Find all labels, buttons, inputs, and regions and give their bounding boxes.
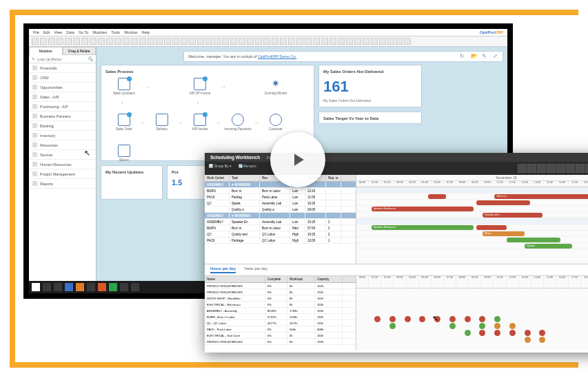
task-row[interactable]: PACKPackageQC LaborHigh12:001: [205, 238, 356, 244]
workload-dot[interactable]: [525, 337, 531, 343]
workload-dot[interactable]: [494, 316, 500, 322]
chrome-icon[interactable]: [109, 283, 117, 291]
toolbar-button[interactable]: [106, 38, 113, 45]
workload-dot[interactable]: [509, 323, 516, 329]
toolbar-button[interactable]: [32, 38, 39, 45]
toolbar-button[interactable]: [57, 38, 63, 45]
search-icon[interactable]: 🔍: [88, 56, 93, 61]
toolbar-button[interactable]: [40, 38, 47, 45]
menu-edit[interactable]: Edit: [43, 30, 50, 34]
edit-icon[interactable]: ✎: [482, 54, 487, 59]
toolbar-button[interactable]: [230, 38, 237, 45]
app-icon-3[interactable]: [131, 283, 139, 291]
toolbar-button[interactable]: [346, 38, 353, 45]
node-ar-invoice[interactable]: A/R Invoice: [184, 114, 216, 131]
workcenter-row[interactable]: PACK - Pack Labor0%546h468h: [205, 326, 356, 333]
toolbar-button[interactable]: [330, 38, 336, 45]
sidebar-item-financials[interactable]: Financials: [29, 63, 96, 73]
workload-dot[interactable]: [389, 316, 396, 322]
toolbar-btn[interactable]: [537, 164, 546, 173]
workload-dot[interactable]: [539, 330, 545, 336]
menu-data[interactable]: Data: [66, 30, 74, 34]
sidebar-item-human-resources[interactable]: Human Resources: [29, 160, 96, 169]
toolbar-button[interactable]: [363, 38, 369, 45]
toolbar-button[interactable]: [338, 38, 345, 45]
toolbar-button[interactable]: [114, 38, 121, 45]
resync-button[interactable]: 🔄 Re-sync: [239, 164, 256, 173]
app-icon-2[interactable]: [120, 283, 128, 291]
sidebar-tab-drag-relate[interactable]: Drag & Relate: [63, 47, 97, 55]
workload-dot[interactable]: [494, 330, 500, 336]
workload-dot[interactable]: [419, 316, 425, 322]
task-row[interactable]: ASSEMBLY▾ WO000025: [205, 213, 356, 219]
gantt-bar[interactable]: •Qualit...: [525, 244, 573, 249]
gantt-bar[interactable]: •Burn in...: [494, 194, 588, 199]
workload-dot[interactable]: [465, 316, 471, 322]
toolbar-button[interactable]: [123, 38, 130, 45]
play-button[interactable]: [270, 132, 325, 187]
menu-file[interactable]: File: [33, 30, 39, 34]
toolbar-button[interactable]: [396, 38, 403, 45]
toolbar-button[interactable]: [139, 38, 146, 45]
toolbar-btn[interactable]: [527, 164, 536, 173]
node-sales-quotation[interactable]: Sales Quotation: [108, 78, 140, 95]
node-customer[interactable]: Customer: [260, 114, 292, 131]
task-row[interactable]: ASSEMBLY▾ WO000026: [205, 182, 356, 188]
edge-icon[interactable]: [65, 283, 73, 291]
sidebar-item-business-partners[interactable]: Business Partners: [29, 112, 96, 121]
toolbar-button[interactable]: [189, 38, 196, 45]
toolbar-button[interactable]: [255, 38, 262, 45]
menu-modules[interactable]: Modules: [92, 30, 107, 34]
toolbar-button[interactable]: [296, 38, 303, 45]
workload-dot[interactable]: [509, 330, 516, 336]
sidebar-tab-modules[interactable]: Modules: [29, 47, 63, 55]
toolbar-button[interactable]: [148, 38, 154, 45]
sidebar-item-banking[interactable]: Banking: [29, 121, 96, 131]
tab-hours-per-day[interactable]: Hours per day: [210, 266, 236, 273]
refresh-icon[interactable]: ↻: [460, 54, 465, 59]
tab-tasks-per-day[interactable]: Tasks per day: [244, 266, 267, 273]
node-sales-order[interactable]: Sales Order: [108, 114, 140, 131]
toolbar-button[interactable]: [222, 38, 229, 45]
toolbar-button[interactable]: [404, 38, 411, 45]
toolbar-button[interactable]: [280, 38, 287, 45]
toolbar-button[interactable]: [98, 38, 105, 45]
toolbar-button[interactable]: [164, 38, 171, 45]
sidebar-item-reports[interactable]: Reports: [29, 179, 96, 189]
sidebar-item-purchasing-a-p[interactable]: Purchasing - A/P: [29, 102, 96, 112]
sidebar-item-crm[interactable]: CRM: [29, 73, 96, 83]
gantt-bar[interactable]: [476, 225, 507, 230]
start-button[interactable]: [32, 283, 40, 291]
toolbar-button[interactable]: [90, 38, 97, 45]
workcenter-row[interactable]: WOOD SHOP - WoodSho0%0h192h: [205, 295, 356, 302]
toolbar-btn[interactable]: [547, 164, 556, 173]
toolbar-button[interactable]: [263, 38, 270, 45]
workload-dot[interactable]: [449, 323, 456, 329]
sidebar-item-project-management[interactable]: Project Management: [29, 169, 96, 179]
toolbar-button[interactable]: [197, 38, 204, 45]
workcenter-row[interactable]: BURN - Burn in Labor5752%1256h192h: [205, 314, 356, 320]
workload-dot[interactable]: [479, 330, 485, 336]
toolbar-button[interactable]: [387, 38, 394, 45]
sidebar-item-opportunities[interactable]: Opportunities: [29, 83, 96, 92]
toolbar-button[interactable]: [156, 38, 163, 45]
gantt-bar[interactable]: Speaker Enclosure: [372, 207, 474, 211]
sidebar-item-inventory[interactable]: Inventory: [29, 131, 96, 140]
gantt-bar[interactable]: [476, 200, 530, 205]
workcenter-row[interactable]: PRODUCTION-WORKCEN0%0h192h: [205, 289, 356, 295]
toolbar-button[interactable]: [247, 38, 254, 45]
workcenter-row[interactable]: QC - QC Labor4477%1672h192h: [205, 320, 356, 326]
workload-dot[interactable]: [525, 330, 531, 336]
gantt-bar[interactable]: [507, 238, 560, 242]
menu-go to[interactable]: Go To: [79, 30, 89, 34]
toolbar-button[interactable]: [181, 38, 187, 45]
group-by-dropdown[interactable]: 📊 Group By ▾: [209, 164, 232, 173]
toolbar-button[interactable]: [379, 38, 386, 45]
toolbar-button[interactable]: [81, 38, 88, 45]
workcenter-row[interactable]: ELECTRICAL - Sub Contr0%0h192h: [205, 333, 356, 339]
menu-tools[interactable]: Tools: [111, 30, 120, 34]
menu-window[interactable]: Window: [124, 30, 138, 34]
toolbar-button[interactable]: [354, 38, 361, 45]
node-return[interactable]: Return: [108, 145, 140, 162]
task-view-icon[interactable]: [54, 283, 62, 291]
